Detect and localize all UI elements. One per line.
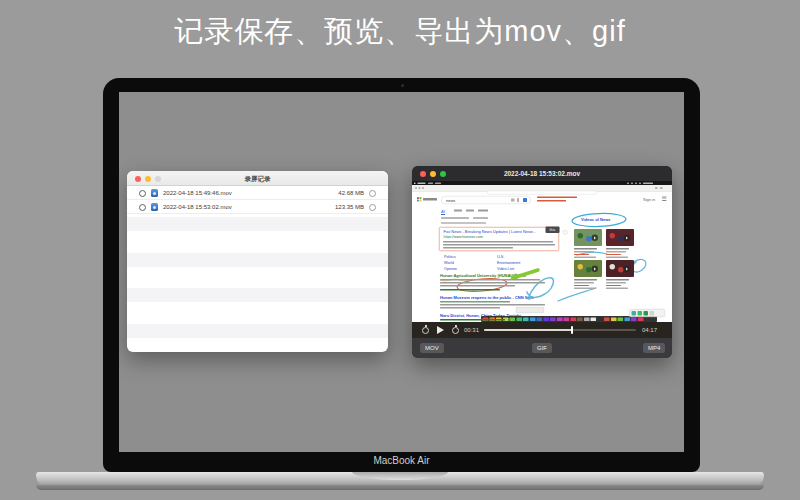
player-window-title: 2022-04-18 15:53:02.mov <box>412 170 672 177</box>
text-placeholder-bar <box>454 210 462 212</box>
palette-color-swatch <box>523 317 529 321</box>
text-placeholder-bar <box>440 282 545 284</box>
search-icon <box>523 198 527 202</box>
team-badge <box>610 264 616 270</box>
text-placeholder-bar <box>574 288 596 290</box>
palette-swatch <box>638 311 643 316</box>
text-placeholder-bar <box>440 301 510 303</box>
link-us: U.S. <box>497 254 504 259</box>
mic-icon <box>517 198 519 202</box>
text-placeholder-bar <box>627 182 629 184</box>
text-placeholder-bar <box>574 248 597 250</box>
timer-icon[interactable] <box>422 327 429 334</box>
palette-color-swatch <box>638 317 644 321</box>
text-placeholder-bar <box>574 282 594 284</box>
empty-row-stripe <box>127 324 388 338</box>
info-icon <box>563 230 568 235</box>
progress-playhead[interactable] <box>571 326 573 334</box>
text-placeholder-bar <box>443 244 555 246</box>
thumbnail-play-icon <box>624 235 631 242</box>
annotation-underline-red <box>574 254 589 255</box>
player-window: 2022-04-18 15:53:02.mov news Sign in All… <box>412 166 672 358</box>
speed-icon[interactable] <box>452 327 459 334</box>
palette-color-swatch <box>604 317 610 321</box>
link-world: World <box>444 260 454 265</box>
annotation-underline-red <box>606 285 621 286</box>
text-placeholder-bar <box>440 304 545 306</box>
export-mp4-button[interactable]: MP4 <box>643 343 665 353</box>
laptop-screen: 录屏记录 2022-04-18 15:49:46.mov 42.68 MB 20… <box>119 92 684 452</box>
palette-color-swatch <box>618 317 624 321</box>
recording-filesize: 42.68 MB <box>338 190 364 196</box>
text-placeholder-bar <box>574 279 597 281</box>
movie-file-icon[interactable] <box>151 203 158 211</box>
text-placeholder-bar <box>440 285 515 287</box>
palette-color-swatch <box>510 317 516 321</box>
text-placeholder-bar <box>443 247 513 249</box>
empty-row-stripe <box>127 253 388 267</box>
annotation-underline-red <box>574 285 589 286</box>
palette-color-swatch <box>584 317 590 321</box>
text-placeholder-bar <box>466 210 474 212</box>
settings-icon[interactable] <box>139 190 146 197</box>
annotation-red-text <box>537 197 577 199</box>
bing-wordmark <box>423 198 437 201</box>
annotation-underline-red <box>606 254 621 255</box>
palette-color-swatch <box>557 317 563 321</box>
palette-color-swatch <box>631 317 637 321</box>
recordings-titlebar: 录屏记录 <box>127 171 388 186</box>
settings-icon[interactable] <box>139 204 146 211</box>
videos-of-news-heading: Videos of News <box>581 217 610 222</box>
palette-swatch <box>644 311 649 316</box>
thumbnail-play-icon <box>592 266 599 273</box>
nav-forward-icon <box>419 187 421 189</box>
empty-row-stripe <box>127 288 388 302</box>
text-placeholder-bar <box>443 241 553 243</box>
menu-icon <box>662 198 667 199</box>
palette-color-swatch <box>550 317 556 321</box>
player-titlebar: 2022-04-18 15:53:02.mov <box>412 166 672 181</box>
palette-color-swatch <box>624 317 630 321</box>
palette-swatch <box>632 311 637 316</box>
text-placeholder-bar <box>440 289 500 291</box>
more-actions-icon[interactable] <box>369 204 376 211</box>
text-placeholder-bar <box>440 307 500 309</box>
annotation-tooltip: this <box>546 227 560 234</box>
text-placeholder-bar <box>441 222 486 224</box>
more-actions-icon[interactable] <box>369 190 376 197</box>
team-badge <box>578 233 584 239</box>
recording-row[interactable]: 2022-04-18 15:49:46.mov 42.68 MB <box>127 186 388 200</box>
export-gif-button[interactable]: GIF <box>532 343 552 353</box>
export-bar: MOV GIF MP4 <box>412 338 672 358</box>
link-entertainment: Entertainment <box>497 260 520 265</box>
text-placeholder-bar <box>643 182 653 184</box>
load-more-button <box>516 307 544 313</box>
video-thumbnail <box>574 229 602 246</box>
text-placeholder-bar <box>606 288 628 290</box>
macbook-air-label: MacBook Air <box>103 455 700 466</box>
video-thumbnail <box>606 260 634 277</box>
thumbnail-play-icon <box>592 235 599 242</box>
recordings-window-title: 录屏记录 <box>127 175 388 184</box>
palette-color-swatch <box>530 317 536 321</box>
text-placeholder-bar <box>478 210 488 212</box>
recording-filename: 2022-04-18 15:49:46.mov <box>163 190 232 196</box>
laptop-camera <box>401 84 404 87</box>
progress-track[interactable] <box>484 329 636 331</box>
recording-row[interactable]: 2022-04-18 15:53:02.mov 123.35 MB <box>127 200 388 214</box>
recording-filename: 2022-04-18 15:53:02.mov <box>163 204 232 210</box>
palette-color-swatch <box>577 317 583 321</box>
video-frame[interactable]: news Sign in All Fox News - Breaking New… <box>412 181 672 322</box>
text-placeholder-bar <box>606 282 626 284</box>
play-icon[interactable] <box>437 326 444 334</box>
export-mov-button[interactable]: MOV <box>420 343 444 353</box>
text-placeholder-bar <box>440 279 540 281</box>
bing-logo <box>420 200 422 202</box>
movie-file-icon[interactable] <box>151 189 158 197</box>
team-badge <box>610 233 616 239</box>
team-badge <box>578 264 584 270</box>
text-placeholder-bar <box>639 182 641 184</box>
recorded-screen: news Sign in All Fox News - Breaking New… <box>412 181 672 322</box>
text-placeholder-bar <box>606 279 629 281</box>
share-icon <box>655 187 658 189</box>
